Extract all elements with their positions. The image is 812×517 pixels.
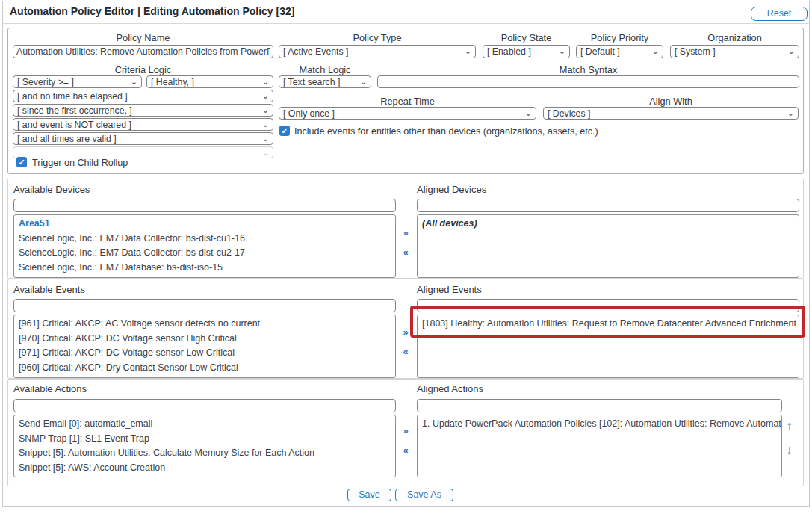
list-item[interactable]: ScienceLogic, Inc.: EM7 Data Collector: … bbox=[14, 232, 395, 247]
repeat-time-select[interactable]: [ Only once ] ⌄ bbox=[279, 107, 536, 120]
match-syntax-input[interactable] bbox=[377, 75, 799, 88]
aligned-actions-label: Aligned Actions bbox=[417, 383, 483, 394]
align-with-label: Align With bbox=[543, 96, 799, 107]
criteria-times-valid-select[interactable]: [ and all times are valid ] ⌄ bbox=[13, 132, 273, 145]
chevron-down-icon: ⌄ bbox=[652, 46, 659, 57]
criteria-severity-value: [ Healthy, ] bbox=[151, 77, 194, 87]
criteria-occurrence-value: [ since the first occurrence, ] bbox=[17, 105, 132, 116]
save-button[interactable]: Save bbox=[347, 489, 391, 501]
criteria-severity-operator-select[interactable]: [ Severity >= ] ⌄ bbox=[13, 75, 142, 88]
list-item[interactable]: [961] Critical: AKCP: AC Voltage sensor … bbox=[14, 317, 395, 332]
save-as-button[interactable]: Save As bbox=[395, 489, 453, 501]
aligned-actions-list[interactable]: 1. Update PowerPack Automation Policies … bbox=[417, 415, 782, 477]
list-item[interactable]: Area51 bbox=[14, 217, 395, 232]
criteria-time-elapsed-select[interactable]: [ and no time has elapsed ] ⌄ bbox=[13, 90, 273, 102]
reset-button[interactable]: Reset bbox=[751, 7, 808, 21]
available-actions-search-input[interactable] bbox=[13, 399, 396, 412]
arrow-down-icon: ↓ bbox=[786, 442, 793, 457]
criteria-empty-select[interactable]: ⌄ bbox=[13, 146, 273, 158]
match-logic-select[interactable]: [ Text search ] ⌄ bbox=[279, 75, 371, 88]
check-icon: ✓ bbox=[18, 158, 25, 167]
check-icon: ✓ bbox=[281, 126, 288, 135]
list-item[interactable]: ScienceLogic, Inc.: EM7 Data Collector: … bbox=[14, 246, 395, 261]
events-unalign-button[interactable]: « bbox=[400, 346, 411, 357]
double-chevron-right-icon: » bbox=[403, 326, 408, 338]
devices-align-button[interactable]: » bbox=[400, 227, 411, 238]
match-syntax-label: Match Syntax bbox=[377, 64, 799, 75]
trigger-child-rollup-checkbox[interactable]: ✓ bbox=[16, 157, 27, 167]
trigger-child-rollup-label: Trigger on Child Rollup bbox=[32, 158, 128, 168]
criteria-cleared-select[interactable]: [ and event is NOT cleared ] ⌄ bbox=[13, 118, 273, 131]
list-item[interactable]: [1803] Healthy: Automation Utilities: Re… bbox=[418, 317, 799, 332]
criteria-severity-operator-value: [ Severity >= ] bbox=[17, 77, 74, 87]
double-chevron-left-icon: « bbox=[403, 346, 408, 357]
list-item[interactable]: [971] Critical: AKCP: DC Voltage sensor … bbox=[14, 346, 395, 361]
list-item[interactable]: [960] Critical: AKCP: Dry Contact Sensor… bbox=[14, 361, 395, 376]
criteria-severity-value-select[interactable]: [ Healthy, ] ⌄ bbox=[146, 75, 273, 88]
align-with-select[interactable]: [ Devices ] ⌄ bbox=[543, 107, 799, 120]
available-devices-list[interactable]: Area51ScienceLogic, Inc.: EM7 Data Colle… bbox=[13, 214, 396, 278]
actions-unalign-button[interactable]: « bbox=[400, 445, 411, 456]
list-item[interactable]: [970] Critical: AKCP: DC Voltage sensor … bbox=[14, 332, 395, 347]
list-item[interactable]: (All devices) bbox=[418, 217, 799, 232]
policy-priority-value: [ Default ] bbox=[580, 46, 620, 57]
policy-type-label: Policy Type bbox=[279, 32, 476, 43]
chevron-down-icon: ⌄ bbox=[262, 90, 269, 102]
chevron-down-icon: ⌄ bbox=[788, 46, 795, 57]
chevron-down-icon: ⌄ bbox=[360, 76, 367, 87]
aligned-actions-search-input[interactable] bbox=[417, 399, 782, 412]
available-events-list[interactable]: [961] Critical: AKCP: AC Voltage sensor … bbox=[13, 315, 396, 378]
devices-unalign-button[interactable]: « bbox=[400, 247, 411, 258]
policy-state-select[interactable]: [ Enabled ] ⌄ bbox=[483, 45, 570, 58]
organization-select[interactable]: [ System ] ⌄ bbox=[670, 45, 799, 58]
policy-state-label: Policy State bbox=[483, 32, 570, 43]
aligned-events-search-input[interactable] bbox=[417, 299, 799, 312]
move-action-up-button[interactable]: ↑ bbox=[786, 419, 793, 433]
chevron-down-icon: ⌄ bbox=[262, 105, 269, 116]
chevron-down-icon: ⌄ bbox=[262, 76, 269, 87]
repeat-time-label: Repeat Time bbox=[279, 96, 536, 107]
policy-name-input[interactable] bbox=[13, 45, 273, 58]
organization-value: [ System ] bbox=[675, 46, 716, 57]
list-item[interactable]: SNMP Trap [1]: SL1 Event Trap bbox=[14, 432, 395, 447]
available-actions-list[interactable]: Send Email [0]: automatic_emailSNMP Trap… bbox=[13, 415, 396, 477]
policy-priority-select[interactable]: [ Default ] ⌄ bbox=[576, 45, 663, 58]
list-item[interactable]: SNMP: Interface: ans160 bbox=[14, 275, 395, 278]
list-item[interactable]: Send Email [0]: automatic_email bbox=[14, 417, 395, 432]
arrow-up-icon: ↑ bbox=[786, 418, 793, 433]
list-item[interactable]: Snippet [5]: Automation Utilities: Calcu… bbox=[14, 446, 395, 461]
list-item[interactable]: Snippet [5]: AWS: Account Write-Back bbox=[14, 475, 395, 477]
available-devices-search-input[interactable] bbox=[13, 199, 396, 212]
organization-label: Organization bbox=[670, 32, 799, 43]
criteria-logic-label: Criteria Logic bbox=[13, 64, 273, 75]
available-events-search-input[interactable] bbox=[13, 299, 396, 312]
actions-align-button[interactable]: » bbox=[400, 425, 411, 436]
header-divider bbox=[2, 23, 810, 24]
list-item[interactable]: [966] Critical: AKCP: Smoke Detector Ale… bbox=[14, 375, 395, 378]
aligned-devices-search-input[interactable] bbox=[417, 199, 799, 212]
available-actions-label: Available Actions bbox=[13, 383, 87, 394]
double-chevron-left-icon: « bbox=[403, 445, 408, 456]
chevron-down-icon: ⌄ bbox=[131, 76, 137, 87]
chevron-down-icon: ⌄ bbox=[465, 46, 471, 57]
criteria-occurrence-select[interactable]: [ since the first occurrence, ] ⌄ bbox=[13, 104, 273, 117]
events-align-button[interactable]: » bbox=[400, 326, 411, 338]
policy-type-value: [ Active Events ] bbox=[283, 46, 348, 57]
aligned-devices-list[interactable]: (All devices) bbox=[417, 214, 799, 278]
list-item[interactable]: 1. Update PowerPack Automation Policies … bbox=[418, 417, 781, 432]
include-events-label: Include events for entities other than d… bbox=[294, 126, 598, 137]
double-chevron-left-icon: « bbox=[403, 247, 408, 258]
chevron-down-icon: ⌄ bbox=[525, 108, 532, 119]
move-action-down-button[interactable]: ↓ bbox=[786, 443, 793, 456]
available-devices-label: Available Devices bbox=[13, 184, 90, 195]
double-chevron-right-icon: » bbox=[403, 425, 408, 436]
include-events-checkbox[interactable]: ✓ bbox=[279, 126, 290, 136]
list-item[interactable]: ScienceLogic, Inc.: EM7 Database: bs-dis… bbox=[14, 261, 395, 276]
policy-name-label: Policy Name bbox=[13, 32, 273, 43]
aligned-events-list[interactable]: [1803] Healthy: Automation Utilities: Re… bbox=[417, 315, 799, 378]
chevron-down-icon: ⌄ bbox=[559, 46, 565, 57]
chevron-down-icon: ⌄ bbox=[262, 133, 269, 144]
list-item[interactable]: Snippet [5]: AWS: Account Creation bbox=[14, 461, 395, 476]
policy-type-select[interactable]: [ Active Events ] ⌄ bbox=[279, 45, 476, 58]
automation-policy-editor: Automation Policy Editor | Editing Autom… bbox=[0, 0, 812, 517]
